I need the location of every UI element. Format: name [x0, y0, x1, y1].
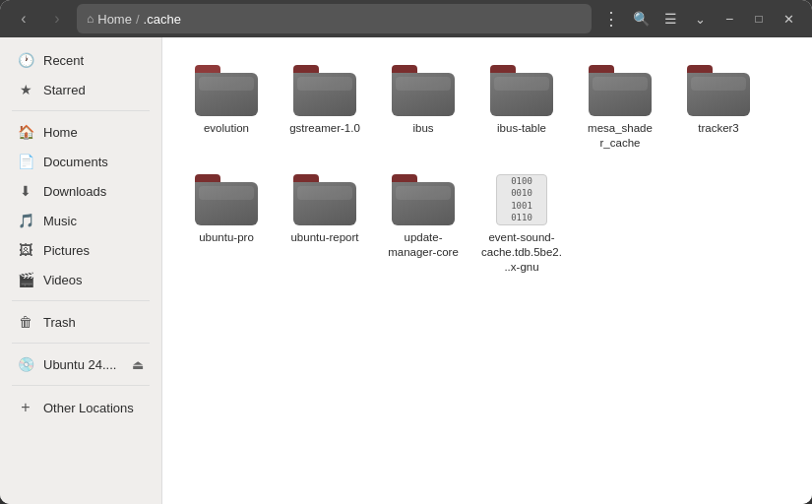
file-label-ubuntu-pro: ubuntu-pro	[199, 230, 254, 245]
sidebar-label-home: Home	[43, 125, 78, 140]
sidebar-item-other-locations[interactable]: + Other Locations	[6, 393, 156, 422]
search-button[interactable]: 🔍	[627, 5, 655, 32]
drive-left: 💿 Ubuntu 24....	[18, 356, 116, 372]
eject-button[interactable]: ⏏	[132, 357, 144, 372]
file-label-tracker3: tracker3	[698, 121, 739, 136]
sidebar-item-pictures[interactable]: 🖼 Pictures	[6, 236, 156, 264]
nav-actions: ⋮ 🔍 ☰ ⌄ − □ ✕	[597, 5, 802, 32]
titlebar: ‹ › ⌂ Home / .cache ⋮ 🔍 ☰ ⌄ − □ ✕	[0, 0, 812, 37]
file-area: evolution gstreamer-1.0 ibus	[162, 37, 812, 504]
sidebar-item-starred[interactable]: ★ Starred	[6, 76, 156, 103]
file-item-mesa-shader-cache[interactable]: mesa_shade r_cache	[576, 57, 664, 157]
folder-icon-evolution	[195, 65, 258, 116]
files-window: ‹ › ⌂ Home / .cache ⋮ 🔍 ☰ ⌄ − □ ✕ 🕐 Rece…	[0, 0, 812, 504]
file-label-ibus-table: ibus-table	[497, 121, 546, 136]
back-button[interactable]: ‹	[10, 5, 37, 32]
folder-icon-ubuntu-report	[293, 174, 356, 225]
file-item-gstreamer[interactable]: gstreamer-1.0	[281, 57, 369, 157]
drive-icon: 💿	[18, 356, 33, 372]
folder-icon-ubuntu-pro	[195, 174, 258, 225]
breadcrumb-separator: /	[136, 12, 140, 27]
recent-icon: 🕐	[18, 52, 33, 68]
file-item-tracker3[interactable]: tracker3	[674, 57, 763, 157]
file-item-evolution[interactable]: evolution	[182, 57, 271, 157]
sidebar-label-downloads: Downloads	[43, 184, 106, 199]
forward-button[interactable]: ›	[43, 5, 71, 32]
trash-icon: 🗑	[18, 314, 33, 330]
sidebar-label-other-locations: Other Locations	[43, 401, 134, 415]
file-item-ibus-table[interactable]: ibus-table	[477, 57, 566, 157]
sidebar-item-videos[interactable]: 🎬 Videos	[6, 266, 156, 293]
folder-icon-mesa-shader-cache	[589, 65, 652, 116]
file-label-event-sound-cache: event-sound-cache.tdb.5be2...x-gnu	[481, 230, 562, 275]
maximize-button[interactable]: □	[745, 5, 773, 32]
downloads-icon: ⬇	[18, 183, 33, 199]
sidebar-divider-4	[12, 385, 150, 386]
file-item-ibus[interactable]: ibus	[379, 57, 468, 157]
view-button[interactable]: ☰	[656, 5, 684, 32]
file-label-evolution: evolution	[204, 121, 249, 136]
folder-icon-gstreamer	[293, 65, 356, 116]
generic-file-icon: 0100001010010110	[496, 174, 547, 225]
breadcrumb-home[interactable]: Home	[97, 12, 132, 27]
documents-icon: 📄	[18, 154, 33, 169]
folder-icon-ibus	[392, 65, 455, 116]
view-chevron-button[interactable]: ⌄	[686, 5, 714, 32]
sidebar-item-music[interactable]: 🎵 Music	[6, 207, 156, 234]
sidebar-label-documents: Documents	[43, 155, 108, 169]
sidebar: 🕐 Recent ★ Starred 🏠 Home 📄 Documents ⬇ …	[0, 37, 162, 504]
main-content: 🕐 Recent ★ Starred 🏠 Home 📄 Documents ⬇ …	[0, 37, 812, 504]
sidebar-item-downloads[interactable]: ⬇ Downloads	[6, 177, 156, 205]
other-locations-icon: +	[18, 399, 33, 416]
sidebar-label-music: Music	[43, 214, 77, 228]
sidebar-label-pictures: Pictures	[43, 243, 90, 258]
file-label-update-manager-core: update-manager-core	[383, 230, 464, 260]
file-label-ubuntu-report: ubuntu-report	[290, 230, 358, 245]
sidebar-label-drive: Ubuntu 24....	[43, 357, 116, 372]
file-item-update-manager-core[interactable]: update-manager-core	[379, 166, 468, 281]
sidebar-item-trash[interactable]: 🗑 Trash	[6, 308, 156, 336]
home-sidebar-icon: 🏠	[18, 124, 33, 140]
menu-button[interactable]: ⋮	[597, 5, 625, 32]
file-label-mesa-shader-cache: mesa_shade r_cache	[580, 121, 660, 151]
sidebar-label-recent: Recent	[43, 53, 84, 68]
music-icon: 🎵	[18, 213, 33, 228]
sidebar-item-home[interactable]: 🏠 Home	[6, 118, 156, 146]
file-label-ibus: ibus	[412, 121, 433, 136]
sidebar-item-drive[interactable]: 💿 Ubuntu 24.... ⏏	[6, 350, 156, 378]
folder-icon-tracker3	[687, 65, 750, 116]
sidebar-label-trash: Trash	[43, 315, 76, 330]
file-item-ubuntu-report[interactable]: ubuntu-report	[281, 166, 369, 281]
starred-icon: ★	[18, 82, 33, 97]
sidebar-item-recent[interactable]: 🕐 Recent	[6, 46, 156, 74]
folder-icon-ibus-table	[490, 65, 553, 116]
sidebar-item-documents[interactable]: 📄 Documents	[6, 148, 156, 175]
pictures-icon: 🖼	[18, 242, 33, 258]
close-button[interactable]: ✕	[775, 5, 802, 32]
minimize-button[interactable]: −	[716, 5, 743, 32]
file-item-ubuntu-pro[interactable]: ubuntu-pro	[182, 166, 271, 281]
sidebar-label-starred: Starred	[43, 83, 86, 97]
folder-icon-update-manager-core	[392, 174, 455, 225]
home-icon: ⌂	[87, 12, 94, 26]
breadcrumb-current: .cache	[144, 12, 181, 27]
breadcrumb[interactable]: ⌂ Home / .cache	[77, 4, 592, 33]
file-label-gstreamer: gstreamer-1.0	[289, 121, 360, 136]
sidebar-divider-2	[12, 300, 150, 301]
videos-icon: 🎬	[18, 272, 33, 287]
sidebar-label-videos: Videos	[43, 273, 83, 287]
file-item-event-sound-cache[interactable]: 0100001010010110 event-sound-cache.tdb.5…	[477, 166, 566, 281]
sidebar-divider-3	[12, 343, 150, 344]
sidebar-divider-1	[12, 110, 150, 111]
